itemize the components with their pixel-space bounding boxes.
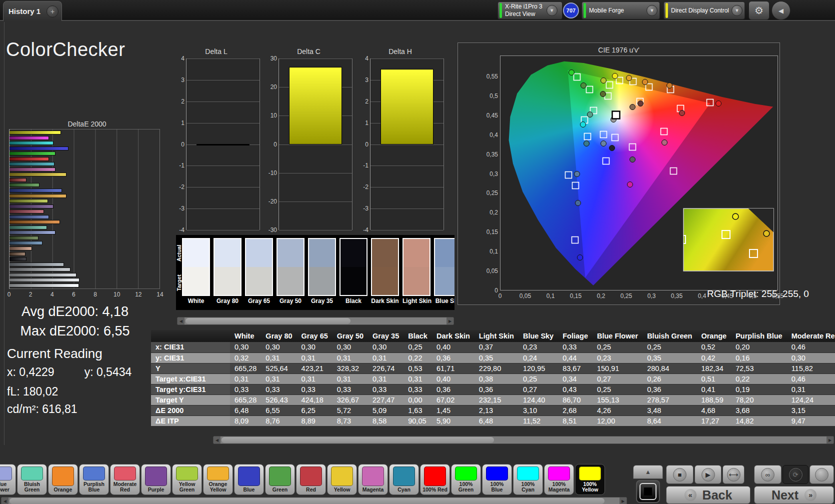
infinity-icon: ∞ — [761, 468, 774, 482]
scroll-right-icon[interactable]: ▶ — [620, 498, 626, 504]
pattern-button-purple[interactable]: Purple — [141, 464, 171, 495]
deltae-bar-blue-sky — [10, 241, 42, 245]
deltae2000-plot-area — [9, 129, 160, 289]
scroll-right-icon[interactable]: ▶ — [826, 436, 834, 444]
pattern-color-swatch — [455, 466, 477, 480]
loop-button[interactable]: ∞ — [754, 465, 782, 484]
pattern-color-swatch — [145, 466, 167, 486]
pattern-color-swatch — [300, 466, 322, 486]
pattern-button-orange-yellow[interactable]: Orange Yellow — [203, 464, 233, 495]
refresh-button[interactable]: ⟳ — [782, 465, 808, 484]
next-button[interactable]: Next » — [754, 486, 834, 504]
deltae-bar-100-yellow — [10, 130, 61, 134]
pattern-button-100-blue[interactable]: 100% Blue — [482, 464, 512, 495]
pattern-button-100-magenta[interactable]: 100% Magenta — [544, 464, 574, 495]
pattern-color-swatch — [393, 466, 415, 486]
scroll-left-icon[interactable]: ◀ — [178, 318, 184, 324]
table-header: Bluish Green — [642, 330, 696, 342]
step-button[interactable]: ⟷ — [722, 465, 744, 484]
scrollbar-thumb[interactable] — [186, 318, 350, 324]
pattern-button-purplish-blue[interactable]: Purplish Blue — [79, 464, 109, 495]
target-square — [661, 128, 668, 135]
chevron-down-icon[interactable]: ▼ — [646, 5, 658, 16]
gear-icon: ⚙ — [754, 4, 764, 16]
swatch-scrollbar[interactable]: ◀ ▶ — [177, 317, 454, 325]
deltae-bar-bluish-green — [10, 226, 47, 230]
collapse-pattern-bar-button[interactable]: ▲ — [633, 465, 663, 479]
pattern-button-100-cyan[interactable]: 100% Cyan — [513, 464, 543, 495]
display-control-selector[interactable]: Direct Display Control ▼ — [664, 2, 745, 20]
target-square — [566, 172, 572, 178]
deltae-bar-black — [10, 257, 26, 261]
pattern-color-swatch — [579, 466, 601, 480]
chevron-down-icon[interactable]: ▼ — [546, 5, 558, 16]
pattern-button-magenta[interactable]: Magenta — [358, 464, 388, 495]
pattern-button-cyan[interactable]: Cyan — [389, 464, 419, 495]
mini-h-bar — [380, 69, 433, 144]
pattern-color-swatch — [52, 466, 74, 486]
table-row: ΔE ITP8,098,768,898,738,5890,055,906,481… — [151, 416, 835, 426]
delta-l-chart: Delta L 43210-1-2-3-4 — [172, 48, 260, 238]
swatch-light-skin: Light Skin — [402, 238, 430, 310]
pattern-color-swatch — [207, 466, 229, 480]
step-icon: ⟷ — [727, 468, 740, 482]
back-button[interactable]: « Back — [666, 486, 750, 504]
table-header: Gray 65 — [297, 330, 332, 342]
table-scrollbar[interactable]: ◀ ▶ — [213, 436, 834, 444]
tab-history-1[interactable]: History 1 — [6, 7, 42, 16]
pattern-button-blue-flower[interactable]: Blue Flower — [0, 464, 16, 495]
target-square — [707, 100, 714, 106]
pattern-color-swatch — [114, 466, 136, 480]
back-label: Back — [702, 488, 732, 502]
source-status-bar — [584, 3, 586, 18]
scroll-left-icon[interactable]: ◀ — [2, 498, 8, 504]
settings-button[interactable]: ⚙ — [748, 1, 770, 20]
scrollbar-thumb[interactable] — [10, 498, 604, 504]
pattern-button-100-yellow[interactable]: 100% Yellow — [575, 464, 605, 495]
pattern-color-swatch — [424, 466, 446, 486]
play-button[interactable]: ▶ — [694, 465, 722, 484]
target-square — [646, 84, 652, 90]
mini-l-bar — [196, 144, 249, 146]
deltae-bar-gray-80 — [10, 278, 80, 282]
pattern-bar-scrollbar[interactable]: ◀ ▶ — [1, 497, 627, 504]
chevrons-right-icon: » — [804, 489, 816, 501]
pattern-color-swatch — [486, 466, 508, 480]
pattern-button-blue[interactable]: Blue — [234, 464, 264, 495]
stop-button[interactable]: ■ — [666, 465, 694, 484]
record-button[interactable] — [810, 465, 834, 484]
target-square — [600, 132, 607, 138]
deltae-bar-gray-65 — [10, 273, 76, 277]
deltae-bar-green — [10, 183, 40, 187]
table-header: Blue Flower — [592, 330, 642, 342]
collapse-panel-button[interactable]: ◀ — [772, 1, 790, 20]
pattern-button-yellow[interactable]: Yellow — [327, 464, 357, 495]
deltae-bar-100-blue — [10, 146, 68, 150]
pattern-button-moderate-red[interactable]: Moderate Red — [110, 464, 140, 495]
table-row: Target x:CIE310,310,310,310,310,310,310,… — [151, 374, 835, 384]
target-row-label: Target — [176, 268, 182, 298]
deltae-bar-yellow-green — [10, 199, 48, 203]
chevron-down-icon[interactable]: ▼ — [732, 5, 742, 16]
pattern-button-bluish-green[interactable]: Bluish Green — [17, 464, 47, 495]
pattern-button-orange[interactable]: Orange — [48, 464, 78, 495]
top-bar: History 1 + X-Rite i1Pro 3Direct View ▼ … — [0, 0, 835, 21]
deltae-bar-blue — [10, 188, 62, 192]
pattern-button-100-red[interactable]: 100% Red — [420, 464, 450, 495]
pattern-button-red[interactable]: Red — [296, 464, 326, 495]
scrollbar-thumb[interactable] — [222, 437, 494, 443]
pattern-window-button[interactable] — [636, 480, 660, 503]
history-tab-group: History 1 + — [3, 1, 62, 21]
meter-selector[interactable]: X-Rite i1Pro 3Direct View ▼ — [498, 2, 562, 20]
target-square — [572, 237, 578, 244]
scroll-right-icon[interactable]: ▶ — [446, 318, 454, 324]
pattern-button-100-green[interactable]: 100% Green — [451, 464, 481, 495]
measured-point — [638, 101, 644, 106]
scroll-left-icon[interactable]: ◀ — [214, 436, 220, 444]
add-tab-button[interactable]: + — [46, 6, 58, 18]
measured-point — [588, 112, 593, 118]
pattern-button-yellow-green[interactable]: Yellow Green — [172, 464, 202, 495]
pattern-button-green[interactable]: Green — [265, 464, 295, 495]
source-selector[interactable]: Mobile Forge ▼ — [582, 2, 660, 20]
table-header: Gray 50 — [332, 330, 368, 342]
